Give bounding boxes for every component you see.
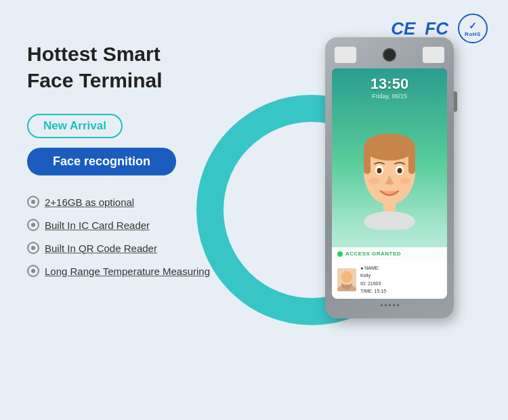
feature-item-1: 2+16GB as optional: [27, 196, 244, 208]
certification-badges: CE FC ✓ RoHS: [391, 14, 488, 43]
device-body: 13:50 Friday, 06/15: [325, 37, 454, 318]
device-bottom: [332, 304, 447, 306]
rohs-badge: ✓ RoHS: [458, 14, 488, 43]
info-avatar: [337, 268, 356, 291]
left-panel: Hottest Smart Face Terminal New Arrival …: [27, 41, 244, 288]
rohs-label: RoHS: [465, 31, 481, 37]
screen-time: 13:50: [371, 75, 408, 93]
feature-text-1: 2+16GB as optional: [45, 196, 134, 208]
sensor-camera: [383, 48, 396, 62]
speaker-dot: [393, 304, 395, 306]
fc-badge: FC: [425, 18, 448, 39]
svg-point-6: [377, 168, 382, 173]
feature-item-4: Long Range Temperature Measuring: [27, 265, 244, 277]
user-id-label: ID: 21603: [360, 280, 386, 287]
feature-icon-2: [27, 219, 39, 231]
sensor-right: [423, 47, 444, 63]
device-screen: 13:50 Friday, 06/15: [332, 68, 447, 299]
face-recognition-badge: Face recognition: [27, 148, 176, 175]
feature-text-4: Long Range Temperature Measuring: [45, 266, 210, 277]
feature-text-2: Built In IC Card Reader: [45, 219, 150, 231]
device-side-button: [454, 91, 457, 112]
svg-point-13: [341, 271, 352, 283]
user-name-label: ● NAME: Kelly: [360, 264, 386, 279]
speaker-dot: [385, 304, 387, 306]
svg-point-9: [400, 177, 410, 184]
speaker-dot: [397, 304, 399, 306]
avatar-svg: [337, 268, 356, 291]
feature-icon-3: [27, 242, 39, 254]
access-granted-bar: ACCESS GRANTED: [332, 247, 447, 260]
svg-point-11: [364, 211, 415, 230]
device-sensors-row: [332, 47, 447, 63]
feature-icon-1: [27, 196, 39, 208]
main-title: Hottest Smart Face Terminal: [27, 41, 244, 93]
speaker-dot: [381, 304, 383, 306]
sensor-left: [335, 47, 356, 63]
feature-item-2: Built In IC Card Reader: [27, 219, 244, 231]
face-display: [332, 103, 447, 247]
svg-point-8: [368, 177, 379, 184]
new-arrival-badge: New Arrival: [27, 114, 123, 138]
ce-badge: CE: [391, 18, 415, 39]
feature-text-3: Built In QR Code Reader: [45, 243, 157, 254]
feature-item-3: Built In QR Code Reader: [27, 242, 244, 254]
access-dot: [337, 251, 343, 257]
user-time-label: TIME: 15:15: [360, 287, 386, 295]
svg-rect-3: [408, 147, 415, 174]
screen-date: Friday, 06/15: [372, 93, 407, 100]
user-info-details: ● NAME: Kelly ID: 21603 TIME: 15:15: [360, 264, 386, 295]
rohs-checkmark: ✓: [469, 20, 477, 31]
feature-icon-4: [27, 265, 39, 277]
speaker-dots: [381, 304, 399, 306]
screen-content: 13:50 Friday, 06/15: [332, 68, 447, 299]
face-svg: [352, 121, 427, 230]
access-status-text: ACCESS GRANTED: [345, 251, 401, 257]
info-card: ● NAME: Kelly ID: 21603 TIME: 15:15: [332, 260, 447, 299]
svg-rect-2: [364, 147, 371, 174]
features-list: 2+16GB as optional Built In IC Card Read…: [27, 196, 244, 277]
svg-point-1: [364, 133, 415, 161]
device-container: 13:50 Friday, 06/15: [325, 37, 467, 318]
speaker-dot: [389, 304, 391, 306]
svg-point-7: [398, 168, 402, 173]
